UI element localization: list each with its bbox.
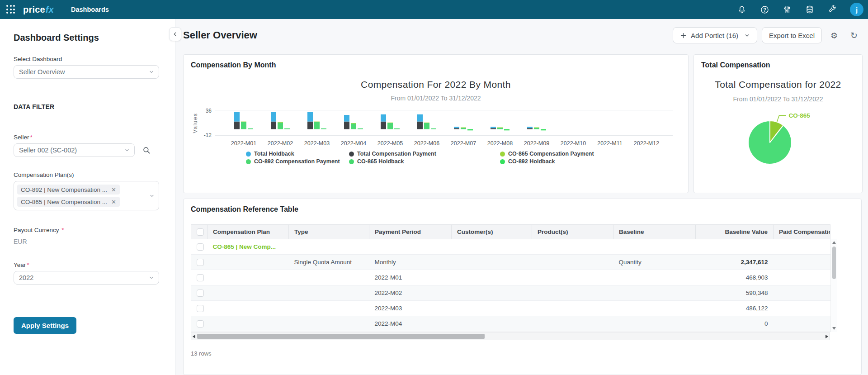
nav-dashboards[interactable]: Dashboards bbox=[71, 6, 109, 13]
row-checkbox[interactable] bbox=[197, 259, 204, 266]
bar-segment[interactable] bbox=[491, 127, 496, 128]
col-header[interactable]: Type bbox=[289, 225, 369, 239]
bar-segment[interactable] bbox=[344, 115, 349, 122]
bar-segment[interactable] bbox=[454, 128, 459, 129]
col-header[interactable]: Customer(s) bbox=[452, 225, 532, 239]
vertical-scrollbar[interactable] bbox=[830, 239, 837, 332]
bar-segment[interactable] bbox=[234, 112, 240, 121]
year-dropdown[interactable]: 2022 bbox=[14, 271, 159, 285]
row-checkbox[interactable] bbox=[197, 305, 204, 312]
pie-slice[interactable] bbox=[748, 121, 792, 164]
bar-segment[interactable] bbox=[241, 122, 246, 129]
bar-segment[interactable] bbox=[417, 114, 423, 122]
scroll-up-arrow[interactable] bbox=[832, 241, 836, 244]
app-grid-icon[interactable] bbox=[6, 5, 15, 14]
scroll-right-arrow[interactable] bbox=[826, 335, 828, 338]
row-checkbox[interactable] bbox=[197, 274, 204, 281]
legend-item[interactable]: CO-865 Compensation Payment bbox=[500, 151, 681, 157]
col-header[interactable]: Baseline bbox=[613, 225, 696, 239]
bar-segment[interactable] bbox=[314, 122, 320, 129]
bar-segment[interactable] bbox=[541, 129, 546, 131]
cell-plan[interactable]: CO-865 | New Comp... bbox=[208, 239, 289, 255]
pie-slice-label: CO-865 bbox=[788, 112, 810, 119]
admin-wrench-icon[interactable] bbox=[827, 5, 837, 14]
vertical-scroll-thumb[interactable] bbox=[832, 247, 836, 279]
remove-tag-icon[interactable]: ✕ bbox=[111, 186, 116, 193]
table-row: 2022-M01468,903 bbox=[191, 270, 830, 285]
notifications-bell-icon[interactable] bbox=[737, 5, 747, 14]
row-checkbox[interactable] bbox=[197, 290, 204, 297]
bar-segment[interactable] bbox=[467, 129, 473, 131]
bar-segment[interactable] bbox=[534, 128, 539, 129]
remove-tag-icon[interactable]: ✕ bbox=[111, 199, 116, 205]
bar-segment[interactable] bbox=[497, 128, 503, 128]
bar-segment[interactable] bbox=[344, 122, 349, 129]
bar-segment[interactable] bbox=[527, 128, 533, 129]
bar-segment[interactable] bbox=[278, 122, 283, 123]
bar-segment[interactable] bbox=[381, 114, 386, 122]
bar-segment[interactable] bbox=[234, 122, 240, 129]
bar-segment[interactable] bbox=[417, 122, 423, 129]
bar-segment[interactable] bbox=[461, 128, 466, 129]
bar-segment[interactable] bbox=[351, 123, 356, 123]
apply-settings-button[interactable]: Apply Settings bbox=[14, 317, 76, 334]
refresh-icon[interactable]: ↻ bbox=[846, 27, 862, 43]
bar-segment[interactable] bbox=[248, 128, 253, 129]
bar-segment[interactable] bbox=[497, 128, 503, 129]
row-checkbox[interactable] bbox=[197, 243, 204, 251]
user-avatar[interactable]: j bbox=[850, 3, 863, 16]
bar-segment[interactable] bbox=[271, 112, 276, 121]
bar-segment[interactable] bbox=[307, 122, 313, 129]
col-header[interactable]: Product(s) bbox=[532, 225, 613, 239]
legend-item[interactable]: CO-892 Holdback bbox=[500, 158, 681, 165]
col-header[interactable]: Baseline Value bbox=[696, 225, 774, 239]
bar-segment[interactable] bbox=[358, 128, 363, 129]
seller-search-icon[interactable] bbox=[142, 146, 151, 154]
bar-segment[interactable] bbox=[278, 123, 283, 129]
bar-segment[interactable] bbox=[504, 129, 509, 131]
dashboard-settings-gear-icon[interactable]: ⚙ bbox=[826, 27, 842, 43]
export-to-excel-button[interactable]: Export to Excel bbox=[762, 27, 822, 43]
bar-segment[interactable] bbox=[424, 123, 429, 123]
bar-segment[interactable] bbox=[461, 128, 466, 128]
compensation-plans-multiselect[interactable]: CO-892 | New Compensation ...✕ CO-865 | … bbox=[14, 181, 159, 210]
bar-segment[interactable] bbox=[381, 122, 386, 129]
bar-segment[interactable] bbox=[394, 128, 400, 129]
bar-segment[interactable] bbox=[387, 123, 393, 129]
help-icon[interactable] bbox=[760, 5, 769, 14]
select-all-checkbox[interactable] bbox=[197, 228, 204, 236]
cell-type bbox=[289, 239, 369, 255]
sidebar-collapse-button[interactable] bbox=[169, 27, 181, 41]
col-header[interactable]: Paid Compensation bbox=[774, 225, 830, 239]
bar-segment[interactable] bbox=[271, 122, 276, 129]
bar-segment[interactable] bbox=[307, 112, 313, 121]
bar-segment[interactable] bbox=[241, 122, 246, 122]
row-checkbox[interactable] bbox=[197, 320, 204, 328]
select-dashboard-dropdown[interactable]: Seller Overview bbox=[14, 65, 159, 79]
legend-item[interactable]: CO-892 Compensation Payment bbox=[246, 158, 349, 165]
bar-segment[interactable] bbox=[454, 127, 459, 128]
bar-segment[interactable] bbox=[351, 123, 356, 129]
bar-segment[interactable] bbox=[321, 128, 326, 129]
add-portlet-button[interactable]: Add Portlet (16) bbox=[673, 27, 757, 43]
horizontal-scroll-thumb[interactable] bbox=[197, 334, 485, 339]
scroll-down-arrow[interactable] bbox=[832, 327, 836, 330]
bar-segment[interactable] bbox=[314, 122, 320, 122]
seller-dropdown[interactable]: Seller 002 (SC-002) bbox=[14, 143, 135, 157]
legend-item[interactable]: Total Holdback bbox=[246, 151, 349, 157]
database-icon[interactable] bbox=[805, 5, 815, 14]
col-header[interactable]: Payment Period bbox=[369, 225, 452, 239]
bar-segment[interactable] bbox=[284, 128, 290, 129]
bar-segment[interactable] bbox=[491, 128, 496, 129]
legend-item[interactable]: Total Compensation Payment bbox=[349, 151, 500, 157]
legend-item[interactable]: CO-865 Holdback bbox=[349, 158, 500, 165]
scroll-left-arrow[interactable] bbox=[193, 335, 195, 338]
horizontal-scrollbar[interactable] bbox=[191, 332, 830, 340]
col-header[interactable]: Compensation Plan bbox=[208, 225, 289, 239]
bar-segment[interactable] bbox=[534, 128, 539, 128]
bar-segment[interactable] bbox=[431, 128, 436, 129]
sliders-icon[interactable] bbox=[782, 5, 792, 14]
bar-segment[interactable] bbox=[387, 123, 393, 123]
bar-segment[interactable] bbox=[527, 127, 533, 128]
bar-segment[interactable] bbox=[424, 123, 429, 129]
